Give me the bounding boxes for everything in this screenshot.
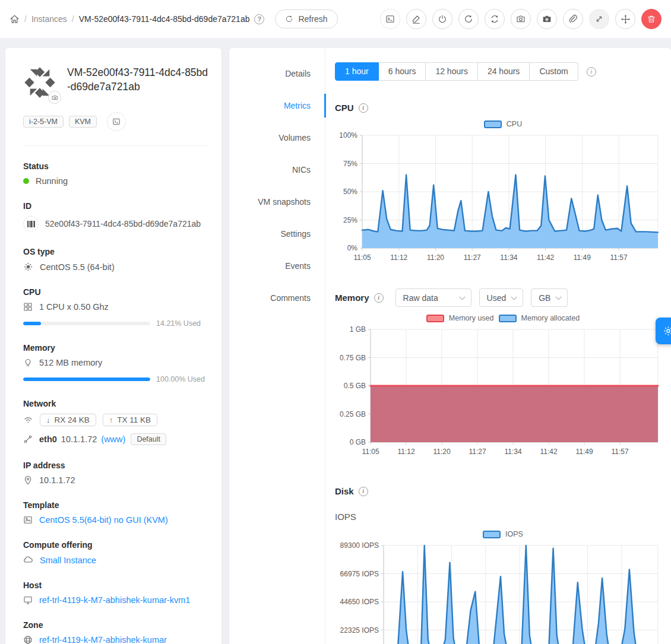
refresh-button[interactable]: Refresh (275, 9, 337, 28)
svg-text:100%: 100% (339, 131, 357, 139)
vm-detail-panel: Details Metrics Volumes NICs VM snapshot… (229, 48, 671, 644)
legend-item-memory-allocated[interactable]: Memory allocated (499, 314, 580, 322)
time-range-custom[interactable]: Custom (530, 62, 578, 81)
svg-text:11:05: 11:05 (353, 253, 371, 262)
reboot-icon[interactable] (458, 9, 479, 29)
zone-label: Zone (23, 620, 208, 630)
template-icon (23, 515, 33, 525)
breadcrumb-instances[interactable]: Instances (31, 14, 67, 24)
legend-swatch (426, 315, 444, 322)
time-range-24hours[interactable]: 24 hours (478, 62, 530, 81)
refresh-label: Refresh (298, 14, 327, 24)
vm-info-panel: VM-52e00f43-7911-4dc4-85bd-d69de7a721ab … (5, 48, 221, 644)
nic-network-link[interactable]: (www) (101, 434, 125, 444)
monitor-icon (23, 595, 33, 605)
vm-snapshot-icon[interactable] (537, 9, 557, 29)
zone-link[interactable]: ref-trl-4119-k-M7-abhishek-kumar (39, 635, 167, 644)
tab-comments[interactable]: Comments (229, 282, 325, 314)
gear-icon[interactable] (656, 318, 671, 344)
svg-text:11:12: 11:12 (397, 448, 414, 456)
tab-details[interactable]: Details (229, 58, 325, 90)
svg-text:11:20: 11:20 (433, 448, 450, 456)
question-circle-icon[interactable]: ? (254, 14, 264, 24)
info-icon[interactable]: i (359, 487, 368, 496)
status-dot (23, 178, 29, 184)
legend-item-memory-used[interactable]: Memory used (426, 314, 494, 322)
console-icon[interactable] (107, 112, 126, 131)
tab-volumes[interactable]: Volumes (229, 122, 325, 154)
svg-text:11:05: 11:05 (362, 448, 379, 456)
time-range-6hours[interactable]: 6 hours (379, 62, 426, 81)
breadcrumb-vm-name: VM-52e00f43-7911-4dc4-85bd-d69de7a721ab (79, 14, 250, 24)
chevron-down-icon (511, 296, 517, 300)
info-icon[interactable]: i (587, 67, 596, 77)
memory-data-select[interactable]: Raw data (395, 288, 471, 307)
info-icon[interactable]: i (359, 103, 368, 113)
breadcrumb-separator: / (72, 14, 74, 24)
svg-text:75%: 75% (343, 160, 357, 168)
rx-value: RX 24 KB (55, 415, 90, 424)
memory-unit-select-value: GB (539, 293, 550, 303)
edit-icon[interactable] (406, 9, 426, 29)
reinstall-icon[interactable] (485, 9, 505, 29)
svg-text:11:27: 11:27 (469, 448, 486, 456)
svg-text:11:34: 11:34 (500, 253, 517, 262)
tab-vm-snapshots[interactable]: VM snapshots (229, 186, 325, 218)
destroy-icon[interactable] (641, 9, 661, 29)
legend-item-cpu[interactable]: CPU (484, 120, 522, 128)
host-link[interactable]: ref-trl-4119-k-M7-abhishek-kumar-kvm1 (39, 595, 190, 605)
memory-used-text: 100.00% Used (156, 375, 208, 383)
active-tab-indicator (324, 94, 326, 118)
scale-vm-icon[interactable] (589, 9, 609, 29)
tab-events[interactable]: Events (229, 250, 325, 282)
svg-text:50%: 50% (343, 188, 357, 196)
memory-unit-select[interactable]: GB (531, 288, 568, 307)
legend-label: Memory allocated (521, 314, 580, 322)
attach-iso-icon[interactable] (563, 9, 583, 29)
svg-text:11:27: 11:27 (464, 253, 481, 262)
offering-label: Compute offering (23, 540, 208, 550)
status-value: Running (36, 176, 68, 186)
id-label: ID (23, 201, 208, 211)
svg-text:0 GB: 0 GB (350, 438, 366, 446)
tab-nics[interactable]: NICs (229, 154, 325, 186)
divider (23, 145, 208, 146)
svg-text:1 GB: 1 GB (350, 325, 366, 334)
svg-text:0.5 GB: 0.5 GB (344, 382, 366, 390)
tx-tag: ↑TX 11 KB (103, 414, 157, 426)
take-snapshot-icon[interactable] (511, 9, 531, 29)
memory-mode-select[interactable]: Used (479, 288, 524, 307)
cpu-progress-bar (23, 322, 150, 325)
power-off-icon[interactable] (432, 9, 452, 29)
memory-mode-select-value: Used (487, 293, 507, 303)
ip-value: 10.1.1.72 (39, 475, 75, 485)
vm-title: VM-52e00f43-7911-4dc4-85bd-d69de7a721ab (67, 66, 208, 99)
wifi-icon (23, 415, 33, 425)
os-icon (23, 262, 33, 272)
cpu-chart-title: CPU (335, 103, 354, 113)
detail-nav: Details Metrics Volumes NICs VM snapshot… (229, 48, 325, 644)
camera-badge-icon[interactable] (48, 91, 61, 104)
cpu-label: CPU (23, 287, 208, 297)
tab-metrics[interactable]: Metrics (229, 90, 325, 122)
tab-settings[interactable]: Settings (229, 218, 325, 250)
time-range-1hour[interactable]: 1 hour (335, 62, 379, 81)
legend-item-iops[interactable]: IOPS (483, 530, 523, 538)
info-icon[interactable]: i (374, 293, 384, 303)
legend-swatch (483, 531, 501, 538)
svg-text:11:42: 11:42 (537, 253, 554, 262)
top-header: / Instances / VM-52e00f43-7911-4dc4-85bd… (0, 0, 671, 38)
memory-progress-bar (23, 377, 150, 381)
home-icon[interactable] (10, 14, 20, 24)
offering-link[interactable]: Small Instance (40, 556, 96, 565)
rx-tag: ↓RX 24 KB (40, 414, 96, 426)
console-icon[interactable] (380, 9, 400, 29)
svg-text:11:12: 11:12 (390, 253, 407, 262)
svg-text:0.75 GB: 0.75 GB (340, 354, 366, 362)
disk-section-title: Disk (335, 486, 354, 496)
template-link[interactable]: CentOS 5.5(64-bit) no GUI (KVM) (39, 515, 168, 525)
svg-text:66975 IOPS: 66975 IOPS (340, 570, 379, 578)
migrate-icon[interactable] (615, 9, 635, 29)
svg-text:11:20: 11:20 (427, 253, 444, 262)
time-range-12hours[interactable]: 12 hours (426, 62, 477, 81)
